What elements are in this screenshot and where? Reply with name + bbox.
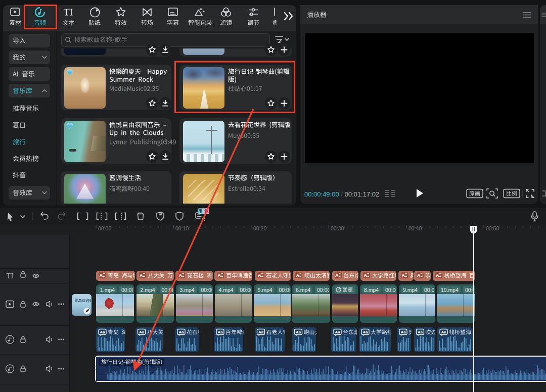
- svg-text:A: A: [417, 273, 421, 278]
- svg-text:A: A: [258, 273, 261, 278]
- svg-text:A: A: [179, 273, 183, 278]
- svg-text:Aa: Aa: [139, 330, 145, 334]
- svg-text:Aa: Aa: [363, 330, 369, 334]
- svg-text:A: A: [436, 273, 439, 278]
- svg-text:Aa: Aa: [401, 330, 406, 334]
- svg-text:A: A: [402, 273, 405, 278]
- svg-text:Aa: Aa: [418, 330, 423, 334]
- svg-text:Aa: Aa: [218, 330, 223, 334]
- svg-text:A: A: [296, 273, 300, 278]
- svg-text:A: A: [100, 273, 103, 278]
- svg-text:A: A: [335, 273, 339, 278]
- svg-text:Aa: Aa: [441, 330, 447, 334]
- svg-text:A: A: [140, 273, 143, 278]
- svg-text:Aa: Aa: [335, 330, 341, 334]
- svg-text:A: A: [364, 273, 368, 278]
- svg-text:Aa: Aa: [179, 330, 185, 334]
- svg-text:Aa: Aa: [296, 330, 301, 334]
- svg-text:Aa: Aa: [100, 330, 106, 334]
- svg-text:A: A: [218, 273, 221, 278]
- svg-text:Aa: Aa: [258, 330, 264, 334]
